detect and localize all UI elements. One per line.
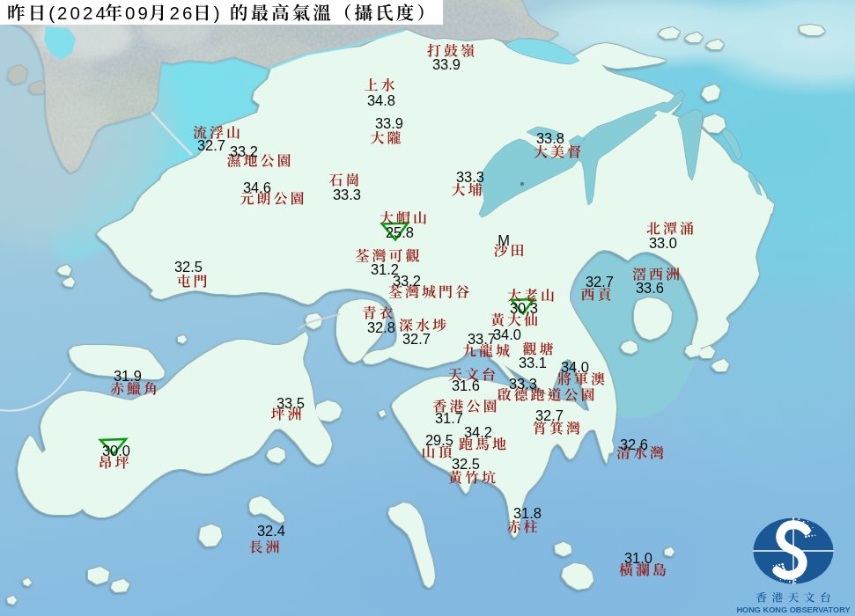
svg-text:33.2: 33.2: [393, 273, 421, 289]
svg-text:31.7: 31.7: [435, 410, 463, 426]
svg-text:33.3: 33.3: [456, 169, 484, 185]
svg-text:34.0: 34.0: [561, 359, 589, 375]
svg-text:34.2: 34.2: [464, 424, 492, 440]
svg-text:33.6: 33.6: [636, 280, 664, 296]
svg-text:32.7: 32.7: [402, 331, 431, 347]
svg-text:31.6: 31.6: [452, 378, 480, 393]
svg-text:29.5: 29.5: [425, 432, 453, 448]
svg-text:HONG KONG OBSERVATORY: HONG KONG OBSERVATORY: [736, 605, 850, 614]
svg-text:31.9: 31.9: [114, 368, 142, 384]
svg-text:31.0: 31.0: [624, 550, 652, 566]
svg-text:34.8: 34.8: [367, 92, 395, 108]
svg-text:M: M: [498, 232, 510, 248]
svg-text:33.2: 33.2: [230, 143, 258, 159]
svg-text:33.9: 33.9: [432, 56, 461, 72]
svg-text:33.3: 33.3: [333, 187, 361, 202]
svg-text:32.4: 32.4: [257, 523, 285, 539]
svg-text:32.7: 32.7: [535, 407, 564, 423]
svg-text:30.3: 30.3: [510, 300, 538, 316]
svg-text:32.8: 32.8: [367, 319, 395, 335]
svg-text:31.8: 31.8: [513, 505, 542, 521]
svg-text:33.0: 33.0: [649, 235, 677, 251]
svg-text:32.7: 32.7: [197, 137, 225, 153]
svg-text:25.8: 25.8: [386, 224, 414, 240]
svg-text:(2024: (2024: [48, 3, 108, 23]
svg-text:33.7: 33.7: [468, 331, 496, 347]
svg-text:33.1: 33.1: [519, 355, 547, 370]
svg-text:34.6: 34.6: [243, 180, 271, 195]
svg-text:09: 09: [125, 3, 151, 23]
svg-text:33.8: 33.8: [536, 130, 564, 146]
svg-text:33.9: 33.9: [375, 115, 403, 131]
svg-text:32.5: 32.5: [452, 456, 480, 472]
svg-text:34.0: 34.0: [493, 326, 521, 342]
svg-text:): ): [214, 3, 223, 23]
svg-text:32.7: 32.7: [586, 274, 614, 290]
svg-text:30.0: 30.0: [102, 443, 130, 458]
svg-text:33.3: 33.3: [509, 376, 537, 392]
svg-text:26: 26: [169, 3, 195, 23]
svg-text:32.6: 32.6: [620, 436, 648, 452]
svg-text:32.5: 32.5: [174, 259, 203, 275]
svg-text:33.5: 33.5: [276, 395, 305, 411]
